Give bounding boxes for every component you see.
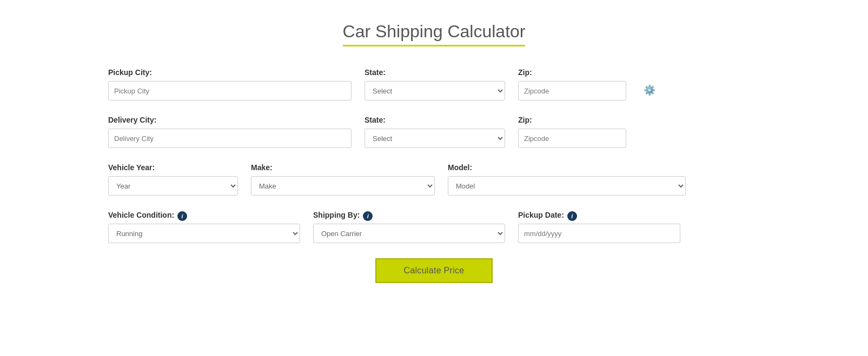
pickup-state-select[interactable]: Select ALAKAZAR CACOCTDE FLGAHIID ILINIA…	[365, 81, 505, 100]
pickup-zip-label: Zip:	[518, 68, 626, 77]
pickup-city-label: Pickup City:	[108, 68, 352, 77]
pickup-city-input[interactable]	[108, 81, 352, 100]
page-title: Car Shipping Calculator	[343, 22, 526, 46]
shipping-by-label: Shipping By:	[313, 211, 360, 219]
vehicle-year-select[interactable]: Year 202420232022 202120202019 201820172…	[108, 176, 238, 196]
shipping-by-select[interactable]: Open Carrier Enclosed Carrier	[313, 224, 505, 243]
shipping-by-info-icon[interactable]: i	[363, 211, 373, 221]
vehicle-condition-label: Vehicle Condition:	[108, 211, 174, 219]
pickup-date-info-icon[interactable]: i	[567, 211, 577, 221]
pickup-zip-input[interactable]	[518, 81, 626, 100]
pickup-date-input[interactable]	[518, 224, 680, 243]
vehicle-condition-select[interactable]: Running Non-Running	[108, 224, 300, 243]
vehicle-condition-info-icon[interactable]: i	[177, 211, 187, 221]
vehicle-year-label: Vehicle Year:	[108, 163, 238, 172]
vehicle-model-select[interactable]: Model	[448, 176, 686, 196]
delivery-zip-label: Zip:	[518, 116, 626, 124]
vehicle-make-label: Make:	[251, 163, 435, 172]
delivery-zip-input[interactable]	[518, 129, 626, 148]
calculate-price-button[interactable]: Calculate Price	[375, 258, 492, 283]
pickup-date-label: Pickup Date:	[518, 211, 564, 219]
vehicle-make-select[interactable]: Make AcuraBMWChevrolet DodgeFordGMC Hond…	[251, 176, 435, 196]
delivery-state-label: State:	[365, 116, 505, 124]
delivery-state-select[interactable]: Select ALAKAZAR CACOCTDE FLGAHIID ILINIA…	[365, 129, 505, 148]
pickup-state-label: State:	[365, 68, 505, 77]
loading-spinner-icon: ⚙️	[644, 84, 655, 96]
delivery-city-input[interactable]	[108, 129, 352, 148]
delivery-city-label: Delivery City:	[108, 116, 352, 124]
vehicle-model-label: Model:	[448, 163, 686, 172]
